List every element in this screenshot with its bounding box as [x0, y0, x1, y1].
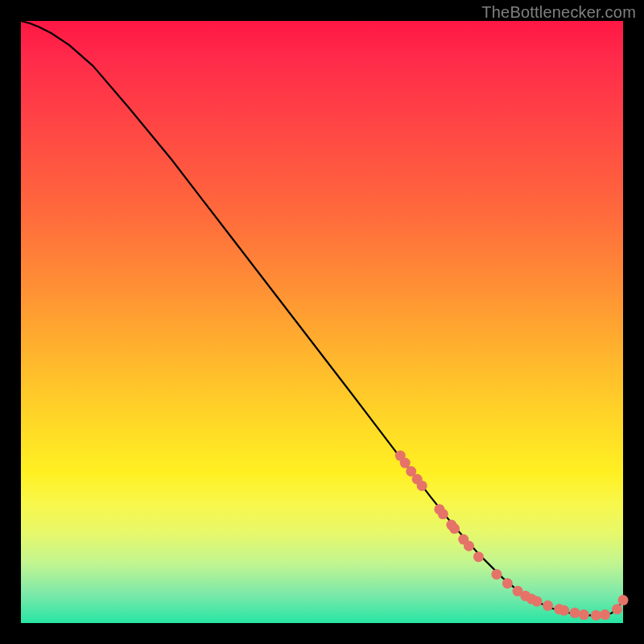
data-dot	[473, 551, 484, 562]
data-dot	[579, 609, 589, 620]
data-dot	[559, 605, 569, 616]
data-dot	[600, 609, 610, 620]
data-dots	[395, 451, 629, 621]
data-dot	[438, 509, 448, 519]
data-dot	[400, 458, 411, 469]
data-dot	[591, 610, 601, 621]
data-dot	[417, 481, 427, 491]
chart-stage: TheBottlenecker.com	[0, 0, 644, 644]
data-dot	[491, 569, 502, 580]
chart-overlay	[21, 21, 623, 623]
data-dot	[612, 604, 622, 614]
data-dot	[618, 595, 629, 605]
data-dot	[570, 608, 580, 618]
data-dot	[449, 523, 460, 534]
data-dot	[543, 601, 553, 611]
watermark-text: TheBottlenecker.com	[481, 3, 636, 22]
data-dot	[502, 578, 513, 588]
data-dot	[532, 597, 543, 607]
data-dot	[464, 541, 474, 551]
bottleneck-curve	[21, 21, 623, 615]
